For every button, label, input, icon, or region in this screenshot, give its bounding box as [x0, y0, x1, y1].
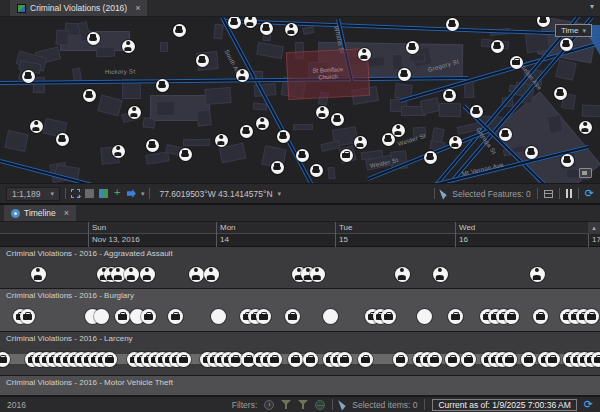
timeline-event[interactable]	[176, 352, 191, 367]
timeline-event[interactable]	[358, 352, 373, 367]
timeline-event[interactable]	[584, 309, 599, 324]
timeline-event[interactable]	[204, 267, 219, 282]
map-marker[interactable]	[560, 38, 573, 51]
map-marker[interactable]	[331, 113, 344, 126]
time-dropdown[interactable]: Time ▾	[555, 24, 592, 37]
callout-tool-icon[interactable]	[127, 189, 136, 198]
timeline-event[interactable]	[303, 352, 318, 367]
map-marker[interactable]	[215, 134, 228, 147]
timeline-event[interactable]	[545, 352, 560, 367]
map-marker[interactable]	[128, 106, 141, 119]
map-marker[interactable]	[443, 89, 456, 102]
map-marker[interactable]	[122, 40, 135, 53]
plus-tool-icon[interactable]	[113, 189, 122, 198]
refresh-icon[interactable]: ⟳	[585, 188, 594, 199]
map-marker[interactable]	[358, 48, 371, 61]
clock-icon[interactable]	[264, 400, 274, 410]
map-marker[interactable]	[173, 24, 186, 37]
map-marker[interactable]	[285, 23, 298, 36]
map-marker[interactable]	[244, 17, 257, 28]
timeline-event[interactable]	[102, 352, 117, 367]
map-marker[interactable]	[579, 121, 592, 134]
timeline-event[interactable]	[461, 352, 476, 367]
timeline-row[interactable]: Criminal Violations - 2016 - Larceny	[0, 332, 600, 376]
pause-icon[interactable]	[566, 189, 572, 198]
timeline-event[interactable]	[94, 309, 109, 324]
map-marker[interactable]	[240, 125, 253, 138]
timeline-event[interactable]	[533, 309, 548, 324]
map-marker[interactable]	[271, 161, 284, 174]
timeline-event[interactable]	[395, 267, 410, 282]
timeline-event[interactable]	[504, 309, 519, 324]
timeline-event[interactable]	[502, 352, 517, 367]
attribute-table-icon[interactable]	[544, 190, 553, 198]
map-tab[interactable]: Criminal Violations (2016) ×	[10, 0, 147, 16]
timeline-event[interactable]	[141, 309, 156, 324]
swap-tool-icon[interactable]	[99, 189, 108, 198]
map-marker[interactable]	[310, 164, 323, 177]
timeline-tab[interactable]: Timeline ×	[4, 205, 76, 221]
tools-chevron-icon[interactable]: ▾	[141, 190, 145, 198]
map-marker[interactable]	[112, 145, 125, 158]
timeline-tab-close-icon[interactable]: ×	[64, 208, 69, 218]
timeline-event[interactable]	[267, 352, 282, 367]
map-marker[interactable]	[196, 54, 209, 67]
map-marker[interactable]	[228, 17, 241, 29]
timeline-event[interactable]	[256, 309, 271, 324]
map-marker[interactable]	[22, 70, 35, 83]
map-marker[interactable]	[446, 18, 459, 31]
timeline-event[interactable]	[189, 267, 204, 282]
map-marker[interactable]	[354, 136, 367, 149]
scale-combo[interactable]: 1:1,189 ▾	[6, 187, 60, 201]
timeline-event[interactable]	[31, 267, 46, 282]
timeline-event[interactable]	[124, 267, 139, 282]
map-marker[interactable]	[392, 124, 405, 137]
map-marker[interactable]	[470, 105, 483, 118]
map-marker[interactable]	[554, 87, 567, 100]
timeline-event[interactable]	[20, 309, 35, 324]
map-marker[interactable]	[510, 56, 523, 69]
map-marker[interactable]	[30, 120, 43, 133]
timeline-event[interactable]	[445, 352, 460, 367]
timeline-event[interactable]	[381, 309, 396, 324]
refresh-icon[interactable]: ⟳	[584, 399, 593, 410]
map-marker[interactable]	[277, 130, 290, 143]
map-view[interactable]: Hickory StSouth AveWhalin StGregory StS …	[0, 17, 600, 183]
map-marker[interactable]	[316, 106, 329, 119]
timeline-event[interactable]	[448, 309, 463, 324]
overview-window-icon[interactable]	[579, 168, 592, 178]
timeline-event[interactable]	[288, 352, 303, 367]
map-marker[interactable]	[449, 136, 462, 149]
timeline-event[interactable]	[393, 352, 408, 367]
timeline-event[interactable]	[427, 352, 442, 367]
map-marker[interactable]	[499, 128, 512, 141]
map-marker[interactable]	[406, 41, 419, 54]
map-marker[interactable]	[56, 133, 69, 146]
timeline-row[interactable]: Criminal Violations - 2016 - Motor Vehic…	[0, 376, 600, 396]
map-marker[interactable]	[83, 89, 96, 102]
timeline-event[interactable]	[591, 352, 600, 367]
select-rectangle-icon[interactable]	[71, 189, 80, 198]
scroll-up-button[interactable]: ▴	[588, 222, 600, 234]
map-marker[interactable]	[87, 32, 100, 45]
tabbar-overflow-chevron-icon[interactable]: ▾	[590, 2, 594, 11]
map-tab-close-icon[interactable]: ×	[135, 3, 140, 13]
map-marker[interactable]	[236, 69, 249, 82]
timeline-event[interactable]	[310, 267, 325, 282]
funnel-clear-icon[interactable]	[298, 400, 308, 410]
square-tool-icon[interactable]	[85, 189, 94, 198]
timeline-event[interactable]	[168, 309, 183, 324]
timeline-event[interactable]	[211, 309, 226, 324]
map-marker[interactable]	[398, 68, 411, 81]
map-marker[interactable]	[256, 117, 269, 130]
map-marker[interactable]	[146, 139, 159, 152]
timeline-event[interactable]	[530, 267, 545, 282]
map-marker[interactable]	[525, 146, 538, 159]
timeline-row[interactable]: Criminal Violations - 2016 - Burglary	[0, 289, 600, 332]
map-marker[interactable]	[537, 17, 550, 27]
timeline-event[interactable]	[337, 352, 352, 367]
timeline-event[interactable]	[521, 352, 536, 367]
timeline-event[interactable]	[115, 309, 130, 324]
timeline-event[interactable]	[433, 267, 448, 282]
timeline-row[interactable]: Criminal Violations - 2016 - Aggravated …	[0, 247, 600, 289]
